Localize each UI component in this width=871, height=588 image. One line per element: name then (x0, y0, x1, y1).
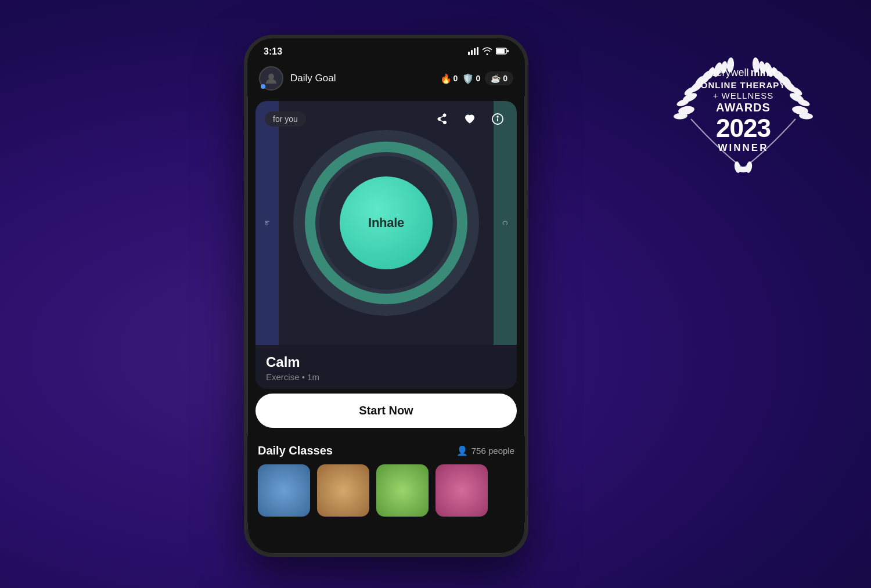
daily-classes-title: Daily Classes (258, 444, 333, 457)
shield-badge: 🛡️ 0 (462, 73, 480, 84)
info-button[interactable] (488, 109, 508, 129)
svg-point-10 (497, 116, 498, 117)
people-icon: 👤 (456, 445, 468, 456)
award-winner: WINNER (718, 142, 769, 154)
flame-icon: 🔥 (440, 73, 452, 84)
card-subtitle: Exercise • 1m (266, 372, 506, 382)
phone-frame: 3:13 Daily Goa (244, 35, 528, 557)
award-badge: verywell mind ONLINE THERAPY + WELLNESS … (662, 29, 825, 192)
status-bar: 3:13 (247, 38, 525, 60)
cup-badge[interactable]: ☕ 0 (485, 71, 513, 85)
left-side-text: le (264, 221, 271, 226)
verywell-branding: verywell mind (711, 67, 775, 79)
daily-classes-header: Daily Classes 👤 756 people (258, 444, 514, 457)
svg-rect-5 (496, 49, 505, 53)
class-thumbnail-2[interactable] (317, 464, 369, 517)
people-count: 👤 756 people (456, 445, 514, 456)
svg-point-7 (268, 74, 274, 80)
svg-rect-2 (474, 48, 476, 55)
header-stats: 🔥 0 🛡️ 0 ☕ 0 (440, 71, 513, 85)
svg-rect-1 (471, 50, 473, 55)
verywell-bold: mind (751, 67, 776, 79)
avatar-dot (261, 84, 265, 89)
award-text-block: verywell mind ONLINE THERAPY + WELLNESS … (701, 67, 786, 154)
share-button[interactable] (432, 109, 452, 129)
app-header: Daily Goal 🔥 0 🛡️ 0 ☕ 0 (247, 60, 525, 96)
main-card: for you (255, 101, 517, 389)
inhale-circle[interactable]: Inhale (340, 176, 433, 269)
signal-icon (468, 47, 478, 57)
thumbnails-row (258, 464, 514, 517)
cup-icon: ☕ (491, 74, 501, 83)
for-you-tag[interactable]: for you (265, 111, 306, 127)
card-title: Calm (266, 354, 506, 370)
card-action-icons (432, 109, 508, 129)
start-now-button[interactable]: Start Now (255, 394, 517, 428)
breathing-area: le C Inhale (255, 101, 517, 345)
daily-goal-label: Daily Goal (290, 73, 440, 84)
card-actions: for you (255, 101, 517, 134)
award-title: AWARDS (716, 100, 771, 114)
side-panel-left: le (255, 101, 279, 345)
favorite-button[interactable] (460, 109, 480, 129)
side-panel-right: C (494, 101, 517, 345)
verywell-regular: verywell (711, 67, 748, 79)
start-now-label: Start Now (359, 404, 413, 417)
battery-icon (496, 47, 509, 56)
right-side-text: C (502, 221, 509, 225)
svg-rect-3 (477, 47, 478, 55)
status-time: 3:13 (264, 46, 282, 57)
people-count-text: 756 people (472, 446, 514, 456)
award-plus: + WELLNESS (713, 91, 774, 100)
daily-classes-section: Daily Classes 👤 756 people (247, 436, 525, 522)
streak-badge: 🔥 0 (440, 73, 458, 84)
class-thumbnail-4[interactable] (436, 464, 488, 517)
award-title-line1: ONLINE THERAPY (701, 80, 786, 91)
svg-rect-6 (507, 50, 509, 52)
award-year: 2023 (716, 116, 771, 141)
avatar[interactable] (259, 66, 283, 91)
card-info: Calm Exercise • 1m (255, 345, 517, 389)
wifi-icon (482, 47, 492, 57)
inhale-label: Inhale (368, 215, 404, 230)
class-thumbnail-1[interactable] (258, 464, 310, 517)
laurel-container: verywell mind ONLINE THERAPY + WELLNESS … (668, 35, 819, 186)
class-thumbnail-3[interactable] (376, 464, 429, 517)
svg-rect-0 (468, 52, 470, 55)
status-icons (468, 47, 509, 57)
breathing-circles[interactable]: Inhale (293, 130, 479, 316)
shield-icon: 🛡️ (462, 73, 474, 84)
